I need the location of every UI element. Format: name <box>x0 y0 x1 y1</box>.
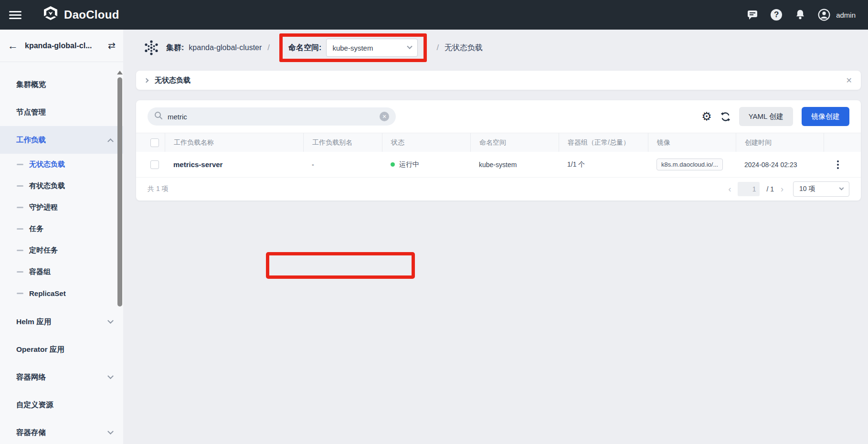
dash-icon <box>17 250 23 251</box>
select-all-checkbox[interactable] <box>150 138 159 147</box>
sidebar-item-daemonsets[interactable]: 守护进程 <box>0 197 123 218</box>
workload-namespace: kube-system <box>470 161 559 169</box>
brand-name: DaoCloud <box>64 8 119 21</box>
sidebar-item-jobs[interactable]: 任务 <box>0 218 123 240</box>
chat-button[interactable] <box>746 9 759 21</box>
help-icon: ? <box>771 9 782 21</box>
switch-cluster-icon[interactable]: ⇄ <box>108 40 116 51</box>
breadcrumb: 集群: kpanda-global-cluster / 命名空间: kube-s… <box>123 30 868 66</box>
table-header: 工作负载名称 工作负载别名 状态 命名空间 容器组（正常/总量） 镜像 创建时间 <box>136 133 861 152</box>
chevron-down-icon <box>407 44 413 49</box>
next-page-icon[interactable]: › <box>781 185 783 193</box>
back-button[interactable]: ← <box>8 41 18 51</box>
bell-icon <box>795 9 805 21</box>
table-row[interactable]: metrics-server - 运行中 kube-system 1/1 个 k… <box>136 152 861 178</box>
breadcrumb-namespace-label: 命名空间: <box>288 43 321 53</box>
table-footer: 共 1 项 ‹ 1 / 1 › 10 项 <box>136 178 861 201</box>
search-input[interactable] <box>168 113 380 121</box>
refresh-icon[interactable] <box>720 112 730 122</box>
workload-created: 2024-08-24 02:23 <box>736 161 824 169</box>
image-tag: k8s.m.daocloud.io/... <box>656 159 723 170</box>
daocloud-logo-icon <box>42 5 59 24</box>
daocloud-logo: DaoCloud <box>42 5 119 24</box>
dash-icon <box>17 207 23 208</box>
sidebar-item-cronjobs[interactable]: 定时任务 <box>0 240 123 261</box>
chevron-up-icon <box>107 138 114 144</box>
column-header-created: 创建时间 <box>736 133 824 152</box>
workload-alias: - <box>303 161 382 169</box>
scrollbar-up-arrow-icon[interactable] <box>117 71 123 74</box>
workload-name-link[interactable]: metrics-server <box>173 160 222 169</box>
prev-page-icon[interactable]: ‹ <box>728 185 731 193</box>
sidebar-item-deployments[interactable]: 无状态负载 <box>0 154 123 175</box>
dash-icon <box>17 271 23 273</box>
chevron-down-icon <box>839 185 844 190</box>
chat-icon <box>747 9 758 21</box>
close-icon[interactable]: ✕ <box>846 76 852 85</box>
clear-search-icon[interactable]: ✕ <box>380 112 389 121</box>
sidebar-item-custom-resources[interactable]: 自定义资源 <box>0 391 123 419</box>
help-button[interactable]: ? <box>770 9 783 21</box>
column-header-name: 工作负载名称 <box>165 133 303 152</box>
sidebar: ← kpanda-global-cl... ⇄ 集群概览 节点管理 工作负载 无… <box>0 30 123 444</box>
sidebar-item-node-management[interactable]: 节点管理 <box>0 98 123 126</box>
column-header-status: 状态 <box>382 133 470 152</box>
sidebar-item-helm-apps[interactable]: Helm 应用 <box>0 308 123 336</box>
search-icon <box>154 111 163 122</box>
column-header-namespace: 命名空间 <box>470 133 559 152</box>
avatar-icon <box>818 9 830 21</box>
chevron-down-icon <box>107 317 114 324</box>
kebab-menu-icon[interactable] <box>835 159 841 171</box>
namespace-select[interactable]: kube-system <box>326 39 418 57</box>
breadcrumb-cluster-value: kpanda-global-cluster <box>189 43 262 52</box>
gear-icon[interactable]: ⚙ <box>701 111 712 122</box>
sidebar-item-container-network[interactable]: 容器网络 <box>0 363 123 391</box>
column-header-pods: 容器组（正常/总量） <box>559 133 648 152</box>
sidebar-scrollbar[interactable] <box>116 71 123 444</box>
search-box: ✕ <box>148 107 396 126</box>
column-header-alias: 工作负载别名 <box>303 133 382 152</box>
sidebar-item-pods[interactable]: 容器组 <box>0 261 123 283</box>
page-size-select[interactable]: 10 项 <box>793 181 849 197</box>
column-header-image: 镜像 <box>648 133 736 152</box>
status-text: 运行中 <box>399 160 419 169</box>
hamburger-menu-button[interactable] <box>0 0 31 30</box>
annotation-box-namespace: 命名空间: kube-system <box>279 33 427 62</box>
pagination: ‹ 1 / 1 › 10 项 <box>728 181 849 197</box>
total-count: 共 1 项 <box>148 185 169 193</box>
row-checkbox[interactable] <box>150 160 159 169</box>
sidebar-item-replicasets[interactable]: ReplicaSet <box>0 283 123 304</box>
workload-pods: 1/1 个 <box>559 160 648 169</box>
sidebar-item-container-storage[interactable]: 容器存储 <box>0 419 123 444</box>
chevron-down-icon <box>107 428 114 434</box>
sidebar-item-operator-apps[interactable]: Operator 应用 <box>0 336 123 363</box>
breadcrumb-cluster-label: 集群: <box>166 43 184 53</box>
sidebar-item-cluster-overview[interactable]: 集群概览 <box>0 71 123 98</box>
chevron-down-icon <box>107 373 114 379</box>
sidebar-cluster-name: kpanda-global-cl... <box>25 42 108 50</box>
image-create-button[interactable]: 镜像创建 <box>802 107 849 126</box>
dash-icon <box>17 164 23 165</box>
dash-icon <box>17 293 23 294</box>
page-input[interactable]: 1 <box>738 182 760 196</box>
user-menu-button[interactable] <box>818 9 830 21</box>
breadcrumb-separator: / <box>267 43 270 53</box>
page-size-value: 10 项 <box>799 185 815 193</box>
dash-icon <box>17 228 23 230</box>
annotation-box-workload-name <box>266 252 415 279</box>
scrollbar-thumb[interactable] <box>117 77 122 307</box>
chevron-right-icon[interactable] <box>144 78 149 83</box>
notifications-button[interactable] <box>794 9 806 21</box>
breadcrumb-page: 无状态负载 <box>445 43 483 53</box>
yaml-create-button[interactable]: YAML 创建 <box>739 107 793 126</box>
hamburger-icon <box>9 9 21 21</box>
username: admin <box>836 11 856 19</box>
sidebar-item-workloads[interactable]: 工作负载 <box>0 126 123 154</box>
workloads-card: ✕ ⚙ YAML 创建 镜像创建 工作负载名称 工作负载 <box>136 100 861 201</box>
dash-icon <box>17 185 23 187</box>
panel-header: 无状态负载 ✕ <box>136 71 861 90</box>
panel-title: 无状态负载 <box>155 76 191 85</box>
sidebar-item-statefulsets[interactable]: 有状态负载 <box>0 175 123 197</box>
namespace-select-value: kube-system <box>332 44 373 52</box>
status-dot-icon <box>391 162 395 167</box>
